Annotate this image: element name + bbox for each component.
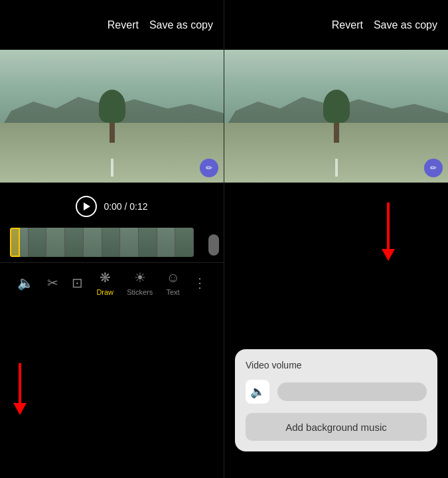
volume-row: 🔈 (246, 380, 427, 404)
toolbar-stickers[interactable]: ☀ Stickers (127, 270, 153, 296)
right-revert-button[interactable]: Revert (332, 19, 363, 31)
right-black-area: Video volume 🔈 Add background music (224, 183, 448, 478)
timeline-frame (139, 228, 157, 257)
road-line (111, 159, 113, 177)
volume-icon: 🔈 (17, 275, 34, 291)
timeline-frame (84, 228, 102, 257)
timeline-strip[interactable] (10, 228, 194, 257)
toolbar-effects[interactable]: ❋ Draw (96, 270, 113, 296)
speaker-icon: 🔈 (250, 384, 265, 399)
toolbar-cut[interactable]: ✂ (47, 275, 58, 291)
arrow-shaft-right (387, 202, 390, 249)
left-black-area: 0:00 / 0:12 (0, 183, 224, 478)
playback-time: 0:00 / 0:12 (104, 201, 147, 212)
volume-icon-button[interactable]: 🔈 (246, 380, 269, 404)
timeline-frame (65, 228, 84, 257)
tree-top (99, 90, 125, 123)
edit-icon-right[interactable]: ✏ (424, 159, 443, 177)
timeline-frame (29, 228, 47, 257)
timeline-frame (120, 228, 139, 257)
timeline-frame (46, 228, 65, 257)
left-video-scene (0, 50, 224, 183)
tree (99, 90, 125, 143)
volume-title: Video volume (246, 360, 427, 370)
timeline-frames (10, 228, 194, 257)
red-arrow-left (13, 363, 27, 415)
scroll-handle[interactable] (208, 234, 219, 256)
emoji-icon: ☺ (166, 270, 179, 285)
playback-control: 0:00 / 0:12 (76, 196, 147, 217)
left-save-copy-button[interactable]: Save as copy (149, 19, 213, 31)
left-header: Revert Save as copy (0, 0, 224, 50)
arrow-head (13, 403, 27, 415)
toolbar: 🔈 ✂ ⊡ ❋ Draw ☀ Stickers ☺ Text ⋮ (0, 262, 224, 303)
draw-label: Draw (96, 288, 113, 296)
road-line-right (335, 159, 338, 177)
more-icon: ⋮ (193, 275, 206, 291)
stickers-label: Stickers (127, 288, 153, 296)
crop-icon: ⊡ (72, 275, 83, 291)
right-video-scene (224, 50, 448, 183)
effects-icon: ❋ (100, 270, 111, 285)
timeline-frame (157, 228, 176, 257)
add-background-music-button[interactable]: Add background music (246, 413, 427, 441)
text-label: Text (167, 288, 180, 296)
edit-icon[interactable]: ✏ (200, 159, 218, 177)
cut-icon: ✂ (47, 275, 58, 291)
timeline-highlight (10, 228, 20, 257)
arrow-head-right (382, 249, 395, 261)
red-arrow-right (382, 202, 395, 261)
tree-trunk-right (334, 123, 339, 143)
volume-slider[interactable] (277, 382, 427, 401)
tree-top-right (323, 90, 350, 123)
play-button[interactable] (76, 196, 97, 217)
toolbar-more[interactable]: ⋮ (193, 275, 206, 291)
tree-trunk (110, 123, 115, 143)
stickers-icon: ☀ (134, 270, 146, 285)
volume-popup: Video volume 🔈 Add background music (235, 349, 437, 451)
right-header: Revert Save as copy (224, 0, 448, 50)
toolbar-crop[interactable]: ⊡ (72, 275, 83, 291)
timeline-frame (102, 228, 121, 257)
left-revert-button[interactable]: Revert (108, 19, 139, 31)
toolbar-volume[interactable]: 🔈 (17, 275, 34, 291)
arrow-shaft (19, 363, 21, 403)
left-panel: Revert Save as copy ✏ 0:00 / 0:12 (0, 0, 224, 478)
right-video-area: ✏ (224, 50, 448, 183)
play-triangle-icon (84, 202, 90, 210)
right-save-copy-button[interactable]: Save as copy (374, 19, 437, 31)
left-video-area: ✏ (0, 50, 224, 183)
toolbar-emoji[interactable]: ☺ Text (166, 270, 179, 296)
tree-right (323, 90, 350, 143)
timeline-frame (175, 228, 194, 257)
right-panel: Revert Save as copy ✏ Video volume (224, 0, 448, 478)
